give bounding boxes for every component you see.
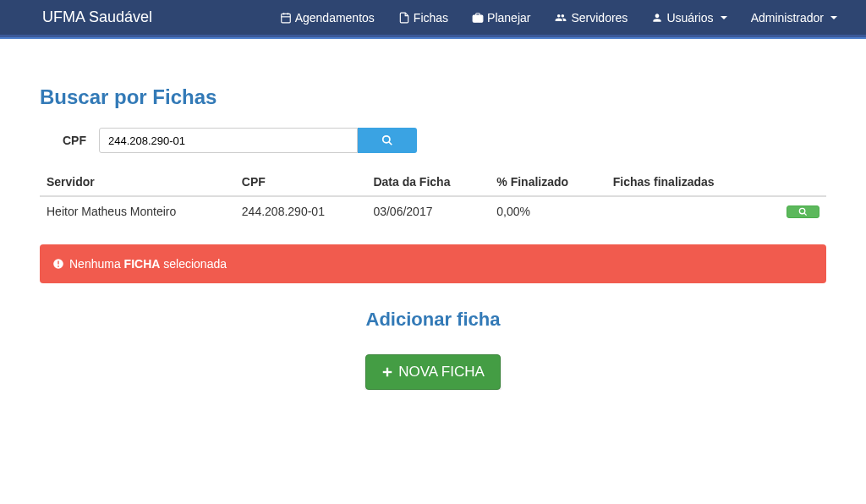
navbar: UFMA Saudável Agendamentos Fichas Planej… — [0, 0, 866, 37]
svg-line-6 — [389, 142, 392, 145]
alert-text: Nenhuma FICHA selecionada — [69, 257, 227, 271]
navbar-brand[interactable]: UFMA Saudável — [17, 0, 165, 35]
svg-point-11 — [58, 266, 59, 267]
search-label: CPF — [40, 134, 99, 147]
cell-finalizadas — [606, 196, 763, 226]
table-row: Heitor Matheus Monteiro 244.208.290-01 0… — [40, 196, 826, 226]
results-table: Servidor CPF Data da Ficha % Finalizado … — [40, 168, 826, 226]
nav-agendamentos[interactable]: Agendamentos — [268, 1, 386, 35]
navbar-accent-line — [0, 37, 866, 39]
cell-servidor: Heitor Matheus Monteiro — [40, 196, 235, 226]
new-ficha-button[interactable]: NOVA FICHA — [365, 354, 501, 390]
th-pct: % Finalizado — [490, 168, 606, 196]
page-title: Buscar por Fichas — [40, 85, 826, 109]
briefcase-icon — [472, 12, 484, 24]
cell-cpf: 244.208.290-01 — [235, 196, 367, 226]
nav-label: Planejar — [487, 11, 530, 25]
add-section: Adicionar ficha NOVA FICHA — [40, 309, 826, 390]
th-data: Data da Ficha — [366, 168, 490, 196]
file-icon — [398, 12, 410, 24]
search-icon — [381, 134, 393, 146]
chevron-down-icon — [721, 16, 727, 19]
table-header-row: Servidor CPF Data da Ficha % Finalizado … — [40, 168, 826, 196]
nav-label: Administrador — [751, 11, 824, 25]
button-label: NOVA FICHA — [398, 364, 485, 381]
cpf-input[interactable] — [99, 128, 358, 153]
chevron-down-icon — [830, 16, 837, 19]
users-icon — [554, 12, 567, 24]
warning-icon — [52, 258, 64, 270]
calendar-icon — [280, 12, 292, 24]
svg-rect-0 — [281, 14, 290, 22]
search-icon — [798, 207, 808, 216]
search-button[interactable] — [358, 128, 417, 153]
row-view-button[interactable] — [787, 205, 819, 218]
nav-administrador[interactable]: Administrador — [739, 1, 849, 35]
alert-bold: FICHA — [124, 257, 161, 271]
plus-icon — [381, 366, 393, 378]
svg-line-8 — [804, 212, 807, 215]
alert-prefix: Nenhuma — [69, 257, 124, 271]
navbar-nav: Agendamentos Fichas Planejar Servidores … — [268, 1, 849, 35]
cell-data: 03/06/2017 — [366, 196, 490, 226]
svg-rect-4 — [473, 15, 483, 22]
add-title: Adicionar ficha — [40, 309, 826, 331]
cell-actions — [763, 196, 826, 226]
th-servidor: Servidor — [40, 168, 235, 196]
svg-point-5 — [383, 136, 390, 143]
nav-usuarios[interactable]: Usuários — [639, 1, 738, 35]
nav-label: Agendamentos — [295, 11, 375, 25]
alert-suffix: selecionada — [160, 257, 227, 271]
th-actions — [763, 168, 826, 196]
nav-label: Servidores — [571, 11, 628, 25]
svg-point-7 — [799, 208, 804, 213]
th-finalizadas: Fichas finalizadas — [606, 168, 763, 196]
user-icon — [651, 12, 663, 24]
main-container: Buscar por Fichas CPF Servidor CPF Data … — [27, 85, 839, 390]
search-row: CPF — [40, 128, 826, 153]
nav-label: Usuários — [666, 11, 713, 25]
nav-planejar[interactable]: Planejar — [460, 1, 542, 35]
nav-label: Fichas — [414, 11, 448, 25]
alert-no-selection: Nenhuma FICHA selecionada — [40, 244, 826, 283]
th-cpf: CPF — [235, 168, 367, 196]
nav-fichas[interactable]: Fichas — [386, 1, 460, 35]
nav-servidores[interactable]: Servidores — [542, 1, 639, 35]
cell-pct: 0,00% — [490, 196, 606, 226]
